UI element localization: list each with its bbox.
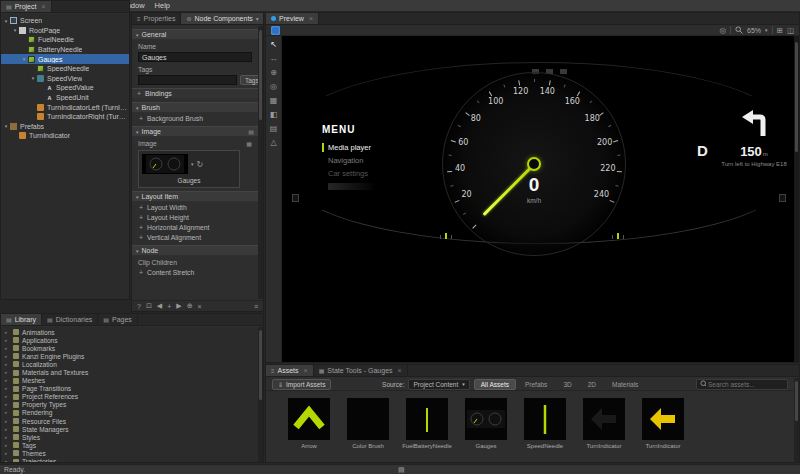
- library-item-state-managers[interactable]: ▸State Managers: [1, 425, 258, 433]
- chevron-down-icon[interactable]: ▾: [765, 27, 768, 33]
- filter-all-assets[interactable]: All Assets: [474, 379, 516, 390]
- library-item-trajectories[interactable]: ▸Trajectories: [1, 458, 258, 464]
- plus-circle-icon[interactable]: ⊕: [187, 302, 193, 310]
- property-layout-width[interactable]: +Layout Width: [132, 202, 258, 212]
- select-tool-icon[interactable]: ↖: [268, 39, 280, 50]
- asset-arrow[interactable]: Arrow: [286, 398, 332, 462]
- close-icon[interactable]: ×: [309, 15, 313, 22]
- grid-icon[interactable]: ▦: [268, 95, 280, 106]
- library-item-animations[interactable]: ▸Animations: [1, 328, 258, 336]
- filter-prefabs[interactable]: Prefabs: [518, 379, 554, 390]
- image-picker[interactable]: ▾ ↻ Gauges: [138, 150, 240, 188]
- library-item-themes[interactable]: ▸Themes: [1, 449, 258, 457]
- close-icon[interactable]: ×: [41, 3, 45, 10]
- asset-turnindicator[interactable]: TurnIndicator: [581, 398, 627, 462]
- eye-icon[interactable]: ◎: [720, 26, 727, 35]
- chevron-down-icon[interactable]: ▾: [256, 15, 259, 22]
- library-item-localization[interactable]: ▸Localization: [1, 360, 258, 368]
- library-item-applications[interactable]: ▸Applications: [1, 336, 258, 344]
- tab-assets[interactable]: ≡ Assets ×: [266, 365, 314, 376]
- asset-speedneedle[interactable]: SpeedNeedle: [522, 398, 568, 462]
- refresh-icon[interactable]: ↻: [197, 160, 204, 169]
- interact-tool-icon[interactable]: [271, 26, 280, 35]
- search-input[interactable]: [708, 381, 784, 388]
- library-item-rendering[interactable]: ▸Rendering: [1, 409, 258, 417]
- asset-gauges[interactable]: Gauges: [463, 398, 509, 462]
- library-item-project-references[interactable]: ▸Project References: [1, 393, 258, 401]
- fullscreen-icon[interactable]: ◫: [787, 26, 794, 35]
- zoom-tool-icon[interactable]: ⊕: [268, 67, 280, 78]
- library-item-kanzi-engine-plugins[interactable]: ▸Kanzi Engine Plugins: [1, 352, 258, 360]
- tree-item-screen[interactable]: ▾Screen: [1, 16, 129, 26]
- tree-item-speedneedle[interactable]: SpeedNeedle: [1, 64, 129, 74]
- property-background-brush[interactable]: + Background Brush: [132, 113, 258, 123]
- split-view-icon[interactable]: ◧: [268, 109, 280, 120]
- tree-item-fuelneedle[interactable]: FuelNeedle: [1, 35, 129, 45]
- fit-view-icon[interactable]: ⊞: [777, 26, 783, 35]
- assets-scrollbar[interactable]: [794, 378, 799, 462]
- preview-scrollbar[interactable]: [794, 36, 799, 362]
- section-bindings[interactable]: + Bindings: [132, 88, 258, 99]
- tree-item-turnindicatorright-turnindicator[interactable]: TurnIndicatorRight (TurnIndicator): [1, 112, 129, 122]
- next-icon[interactable]: ▶: [176, 302, 181, 310]
- filter-3d[interactable]: 3D: [556, 379, 578, 390]
- prev-icon[interactable]: ◀: [157, 302, 162, 310]
- tree-item-prefabs[interactable]: ▾Prefabs: [1, 122, 129, 132]
- image-thumbnail[interactable]: [142, 154, 188, 174]
- tab-preview[interactable]: Preview ×: [266, 13, 319, 24]
- tags-button[interactable]: Tags: [240, 75, 258, 85]
- library-item-bookmarks[interactable]: ▸Bookmarks: [1, 344, 258, 352]
- pin-icon[interactable]: ⊡: [146, 302, 152, 310]
- library-item-property-types[interactable]: ▸Property Types: [1, 401, 258, 409]
- properties-scrollbar[interactable]: [258, 26, 263, 299]
- layers-icon[interactable]: ▤: [268, 123, 280, 134]
- tree-item-speedvalue[interactable]: ASpeedValue: [1, 83, 129, 93]
- close-icon[interactable]: ×: [398, 367, 402, 374]
- library-item-tags[interactable]: ▸Tags: [1, 441, 258, 449]
- menu-help[interactable]: Help: [150, 1, 175, 10]
- tree-item-speedunit[interactable]: ASpeedUnit: [1, 93, 129, 103]
- filter-2d[interactable]: 2D: [581, 379, 603, 390]
- tree-item-turnindicatorleft-turnindicator[interactable]: TurnIndicatorLeft (TurnIndicator): [1, 102, 129, 112]
- section-brush[interactable]: ▾ Brush: [132, 102, 258, 113]
- tree-item-rootpage[interactable]: ▾RootPage: [1, 26, 129, 36]
- tree-item-speedview[interactable]: ▾SpeedView: [1, 74, 129, 84]
- tree-item-batteryneedle[interactable]: BatteryNeedle: [1, 45, 129, 55]
- add-property-icon[interactable]: +: [167, 303, 171, 310]
- property-layout-height[interactable]: +Layout Height: [132, 212, 258, 222]
- asset-color-brush[interactable]: Color Brush: [345, 398, 391, 462]
- tab-project[interactable]: ▤ Project ×: [1, 1, 52, 12]
- preview-canvas[interactable]: MENU Media playerNavigationCar settings …: [282, 36, 794, 362]
- library-item-resource-files[interactable]: ▸Resource Files: [1, 417, 258, 425]
- eye-tool-icon[interactable]: ◎: [268, 81, 280, 92]
- asset-fuelbatteryneedle[interactable]: FuelBatteryNeedle: [404, 398, 450, 462]
- tab-dictionaries[interactable]: ▤Dictionaries: [42, 314, 98, 325]
- tree-item-gauges[interactable]: ▾Gauges: [1, 54, 129, 64]
- menu-icon[interactable]: ▤: [248, 128, 254, 135]
- section-node[interactable]: ▾ Node: [132, 245, 258, 256]
- pan-tool-icon[interactable]: ↔: [268, 53, 280, 64]
- camera-icon[interactable]: △: [268, 137, 280, 148]
- tree-item-turnindicator[interactable]: TurnIndicator: [1, 131, 129, 141]
- name-input[interactable]: [138, 52, 252, 62]
- tags-input[interactable]: [138, 75, 237, 85]
- help-icon[interactable]: ?: [137, 303, 141, 310]
- tab-node-components[interactable]: ⊛ Node Components ▾: [181, 13, 264, 24]
- zoom-level[interactable]: 65%: [747, 27, 761, 34]
- chevron-down-icon[interactable]: ▾: [191, 161, 194, 167]
- library-item-styles[interactable]: ▸Styles: [1, 433, 258, 441]
- tab-pages[interactable]: ▤Pages: [98, 314, 138, 325]
- remove-icon[interactable]: ×: [198, 303, 202, 310]
- library-item-meshes[interactable]: ▸Meshes: [1, 377, 258, 385]
- equalizer-icon[interactable]: ▦: [246, 140, 252, 147]
- tab-library[interactable]: ▤Library: [1, 314, 42, 325]
- property-horizontal-alignment[interactable]: +Horizontal Alignment: [132, 222, 258, 232]
- asset-turnindicator[interactable]: TurnIndicator: [640, 398, 686, 462]
- property-content-stretch[interactable]: + Content Stretch: [132, 267, 258, 277]
- filter-materials[interactable]: Materials: [605, 379, 645, 390]
- library-item-page-transitions[interactable]: ▸Page Transitions: [1, 385, 258, 393]
- section-general[interactable]: ▾ General: [132, 29, 258, 40]
- section-image[interactable]: ▾ Image ▤: [132, 126, 258, 137]
- menu-icon[interactable]: ≡: [254, 303, 258, 310]
- section-layout-item[interactable]: ▾ Layout Item: [132, 191, 258, 202]
